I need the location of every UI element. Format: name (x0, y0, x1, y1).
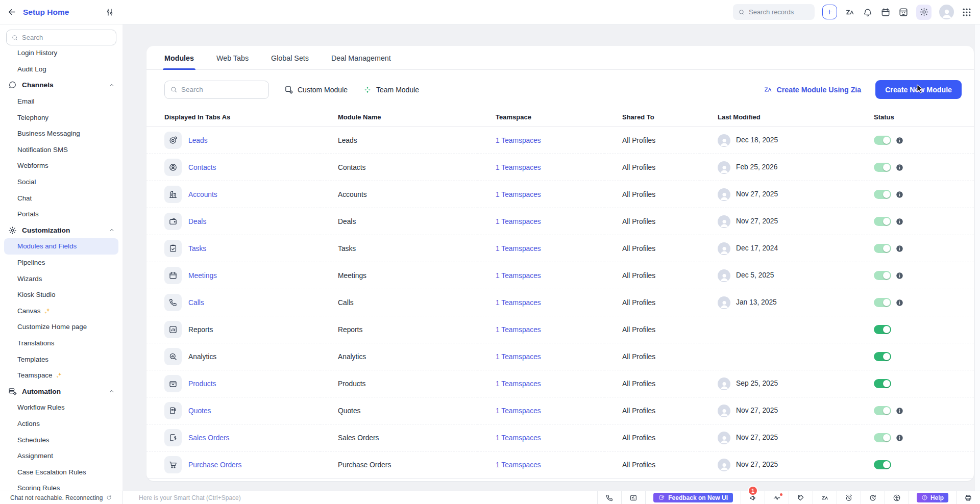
sliders-icon[interactable] (105, 8, 114, 17)
notifications-icon[interactable] (863, 7, 873, 17)
sidebar-item-channels[interactable]: Channels (0, 77, 122, 93)
module-link[interactable]: Purchase Orders (188, 461, 241, 469)
info-icon[interactable] (896, 191, 903, 198)
teamspace-link[interactable]: 1 Teamspaces (496, 407, 541, 415)
sidebar-item-telephony[interactable]: Telephony (0, 109, 122, 125)
status-toggle[interactable] (874, 190, 891, 199)
status-toggle[interactable] (874, 433, 891, 442)
accessibility-tool[interactable] (885, 491, 909, 504)
info-icon[interactable] (896, 218, 903, 225)
reminders-tool[interactable] (837, 491, 861, 504)
zia-icon[interactable] (845, 7, 855, 17)
sidebar-item-assignment[interactable]: Assignment (0, 448, 122, 464)
info-icon[interactable] (896, 137, 903, 144)
module-link[interactable]: Products (188, 380, 216, 388)
module-link[interactable]: Calls (188, 299, 204, 307)
sidebar-item-pipelines[interactable]: Pipelines (0, 255, 122, 271)
module-link[interactable]: Tasks (188, 245, 206, 253)
calendar-icon[interactable] (880, 7, 891, 17)
status-toggle[interactable] (874, 271, 891, 280)
sidebar-item-portals[interactable]: Portals (0, 206, 122, 222)
info-icon[interactable] (896, 272, 903, 280)
teamspace-link[interactable]: 1 Teamspaces (496, 272, 541, 280)
history-tool[interactable] (861, 491, 885, 504)
module-search-input[interactable] (181, 86, 263, 93)
announcements-tool[interactable]: 1 (741, 491, 765, 504)
sidebar-item-social[interactable]: Social (0, 174, 122, 190)
sidebar-item-automation[interactable]: Automation (0, 383, 122, 399)
info-icon[interactable] (896, 407, 903, 415)
status-toggle[interactable] (874, 136, 891, 145)
tags-tool[interactable] (789, 491, 813, 504)
module-link[interactable]: Leads (188, 137, 208, 144)
sidebar-item-case-escalation-rules[interactable]: Case Escalation Rules (0, 464, 122, 480)
marketplace-icon[interactable] (898, 7, 909, 17)
status-toggle[interactable] (874, 406, 891, 415)
teamspace-link[interactable]: 1 Teamspaces (496, 353, 541, 361)
refresh-icon[interactable] (106, 494, 112, 501)
teamspace-link[interactable]: 1 Teamspaces (496, 245, 541, 253)
module-link[interactable]: Deals (188, 218, 206, 225)
status-toggle[interactable] (874, 298, 891, 307)
sidebar-item-wizards[interactable]: Wizards (0, 270, 122, 287)
sidebar-item-teamspace[interactable]: Teamspace (0, 367, 122, 384)
module-link[interactable]: Accounts (188, 191, 217, 198)
sidebar-item-templates[interactable]: Templates (0, 351, 122, 367)
teamspace-link[interactable]: 1 Teamspaces (496, 434, 541, 442)
teamspace-link[interactable]: 1 Teamspaces (496, 137, 541, 144)
team-module-button[interactable]: Team Module (363, 85, 419, 94)
back-icon[interactable] (7, 7, 17, 17)
tab-web-tabs[interactable]: Web Tabs (216, 46, 249, 69)
create-module-using-zia-link[interactable]: Create Module Using Zia (763, 85, 862, 94)
sidebar-item-workflow-rules[interactable]: Workflow Rules (0, 399, 122, 416)
call-tool[interactable] (597, 491, 621, 504)
sidebar-item-business-messaging[interactable]: Business Messaging (0, 125, 122, 142)
status-toggle[interactable] (874, 163, 891, 172)
smart-chat-bar[interactable]: Here is your Smart Chat (Ctrl+Space) (139, 494, 241, 501)
feedback-button[interactable]: Feedback on New UI (653, 493, 733, 502)
settings-button[interactable] (916, 5, 932, 20)
tab-modules[interactable]: Modules (164, 46, 194, 69)
sidebar-search-input[interactable] (22, 34, 111, 41)
teamspace-link[interactable]: 1 Teamspaces (496, 299, 541, 307)
global-search-input[interactable] (749, 8, 810, 16)
sidebar-item-customize-home-page[interactable]: Customize Home page (0, 319, 122, 335)
info-icon[interactable] (896, 434, 903, 442)
sidebar-item-kiosk-studio[interactable]: Kiosk Studio (0, 287, 122, 303)
module-link[interactable]: Contacts (188, 164, 216, 171)
quick-add-button[interactable] (822, 5, 837, 19)
scrollbar-track[interactable] (974, 24, 980, 491)
sidebar-item-webforms[interactable]: Webforms (0, 158, 122, 174)
tab-deal-management[interactable]: Deal Management (331, 46, 391, 69)
sidebar-item-customization[interactable]: Customization (0, 222, 122, 239)
status-toggle[interactable] (874, 217, 891, 226)
sidebar-search[interactable] (6, 30, 116, 45)
module-link[interactable]: Sales Orders (188, 434, 230, 442)
sidebar-item-schedules[interactable]: Schedules (0, 432, 122, 448)
sidebar-item-login-history[interactable]: Login History (0, 45, 122, 61)
help-button[interactable]: Help (917, 493, 948, 502)
tab-global-sets[interactable]: Global Sets (271, 46, 309, 69)
custom-module-button[interactable]: Custom Module (284, 85, 348, 94)
teamspace-link[interactable]: 1 Teamspaces (496, 461, 541, 469)
sidebar-item-modules-and-fields[interactable]: Modules and Fields (4, 238, 118, 255)
status-toggle[interactable] (874, 460, 891, 469)
sidebar-item-notification-sms[interactable]: Notification SMS (0, 142, 122, 158)
teamspace-link[interactable]: 1 Teamspaces (496, 380, 541, 388)
sidebar-item-email[interactable]: Email (0, 93, 122, 110)
sidebar-item-scoring-rules[interactable]: Scoring Rules (0, 480, 122, 491)
tasks-tool[interactable] (621, 491, 645, 504)
info-icon[interactable] (896, 299, 903, 307)
sidebar-item-actions[interactable]: Actions (0, 416, 122, 432)
module-link[interactable]: Meetings (188, 272, 217, 280)
sidebar-item-chat[interactable]: Chat (0, 190, 122, 206)
print-tool[interactable] (956, 491, 980, 504)
status-toggle[interactable] (874, 325, 891, 334)
global-search[interactable] (733, 4, 815, 20)
info-icon[interactable] (896, 245, 903, 253)
module-search[interactable] (164, 81, 269, 99)
status-toggle[interactable] (874, 244, 891, 253)
signals-tool[interactable] (765, 491, 789, 504)
page-title[interactable]: Setup Home (23, 8, 99, 17)
teamspace-link[interactable]: 1 Teamspaces (496, 326, 541, 334)
